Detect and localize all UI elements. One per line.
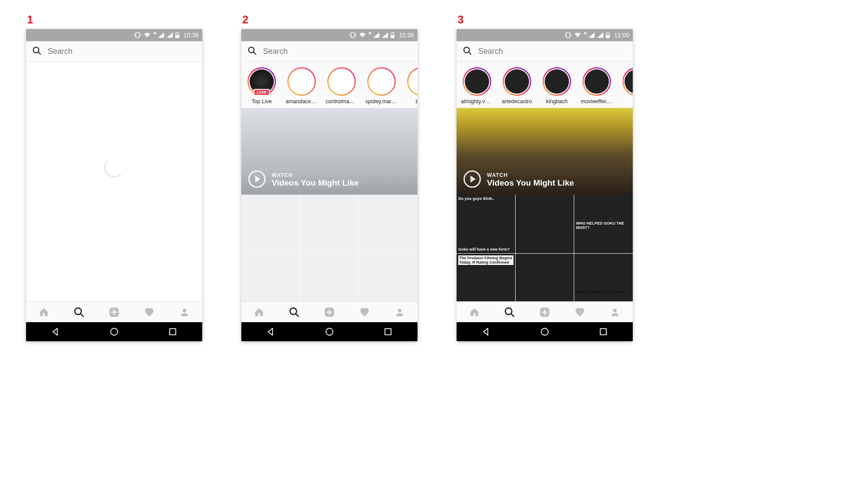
search-icon: [32, 46, 42, 57]
hero-title: Videos You Might Like: [272, 178, 359, 188]
signal-icon: [589, 33, 595, 38]
stories-row[interactable]: LIVE Top Live amandacerny controlmana...…: [241, 62, 418, 108]
search-input[interactable]: [48, 47, 196, 56]
screen-1: 1 R 10:36: [26, 13, 202, 341]
wifi-icon: [144, 33, 151, 38]
video-hero[interactable]: WATCH Videos You Might Like: [457, 108, 633, 195]
story-username: almighty.veg...: [461, 98, 493, 105]
vibrate-icon: [349, 32, 356, 38]
svg-rect-31: [385, 329, 391, 335]
grid-cell-placeholder[interactable]: [241, 195, 300, 253]
tab-search[interactable]: [276, 302, 312, 322]
vibrate-icon: [134, 32, 141, 38]
story-item[interactable]: almighty.veg...: [461, 67, 493, 105]
nav-back-button[interactable]: [480, 326, 492, 337]
tab-profile[interactable]: [598, 302, 633, 322]
story-item[interactable]: controlmana...: [326, 67, 358, 105]
bottom-tab-bar: [457, 301, 633, 322]
story-item[interactable]: bella: [405, 67, 418, 105]
nav-recents-button[interactable]: [598, 326, 609, 337]
grid-cell[interactable]: [516, 254, 574, 301]
story-item[interactable]: kev: [621, 67, 633, 105]
nav-recents-button[interactable]: [167, 326, 178, 337]
story-username: controlmana...: [326, 98, 358, 105]
thumb-caption: Do you guys think..: [458, 196, 513, 201]
screen-number-label: 1: [27, 13, 33, 26]
grid-cell[interactable]: The Predator Filming Begins Today, R Rat…: [457, 254, 515, 301]
bottom-tab-bar: [26, 301, 202, 322]
nav-recents-button[interactable]: [382, 326, 394, 337]
search-input[interactable]: [263, 47, 411, 56]
screen-3: 3 R 11:00 almighty.veg...: [457, 13, 633, 341]
signal-icon-2: [382, 33, 388, 38]
grid-cell-placeholder[interactable]: [300, 254, 359, 301]
tab-search[interactable]: [492, 302, 527, 322]
explore-grid: Do you guys think.. Goku will have a new…: [457, 195, 633, 301]
tab-profile[interactable]: [167, 302, 202, 322]
tab-home[interactable]: [26, 302, 61, 322]
grid-cell-placeholder[interactable]: [300, 195, 359, 253]
phone-frame: R 10:36 LIVE Top Live: [241, 29, 418, 341]
story-username: Top Live: [252, 98, 272, 105]
hero-title: Videos You Might Like: [487, 178, 574, 188]
story-top-live[interactable]: LIVE Top Live: [246, 67, 278, 105]
phone-frame: R 10:36: [26, 29, 202, 341]
avatar-icon: [585, 69, 609, 94]
grid-cell[interactable]: [516, 195, 574, 253]
avatar-icon: [545, 69, 569, 94]
svg-rect-32: [566, 33, 570, 38]
tab-activity[interactable]: [562, 302, 598, 322]
thumb-caption: WHICH DESIGN OF BANE: [576, 290, 631, 294]
tab-add[interactable]: [96, 302, 132, 322]
story-item[interactable]: movieeffectzz: [581, 67, 613, 105]
story-item[interactable]: kingbach: [541, 67, 573, 105]
grid-cell-placeholder[interactable]: [359, 195, 418, 253]
svg-point-46: [541, 328, 548, 335]
nav-back-button[interactable]: [50, 326, 61, 337]
tab-add[interactable]: [527, 302, 562, 322]
svg-line-23: [253, 52, 256, 54]
story-item[interactable]: amandacerny: [286, 67, 318, 105]
stories-row[interactable]: almighty.veg... artedecastro kingbach mo…: [457, 62, 633, 108]
loading-spinner-icon: [104, 157, 124, 177]
grid-cell[interactable]: WHICH DESIGN OF BANE: [574, 254, 633, 301]
svg-point-13: [183, 309, 186, 312]
tab-home[interactable]: [457, 302, 492, 322]
tab-activity[interactable]: [347, 302, 382, 322]
tab-activity[interactable]: [132, 302, 167, 322]
tab-home[interactable]: [241, 302, 276, 322]
grid-cell[interactable]: WHO HELPED GOKU THE MOST?: [574, 195, 633, 253]
svg-rect-36: [607, 32, 608, 33]
story-item[interactable]: artedecastro: [501, 67, 533, 105]
tab-profile[interactable]: [382, 302, 418, 322]
signal-icon: [158, 33, 164, 38]
video-hero[interactable]: WATCH Videos You Might Like: [241, 108, 418, 195]
search-input[interactable]: [478, 47, 627, 56]
play-icon: [248, 170, 266, 188]
grid-cell-placeholder[interactable]: [359, 254, 418, 301]
nav-home-button[interactable]: [539, 326, 550, 337]
battery-icon: [175, 32, 179, 38]
svg-line-9: [81, 314, 83, 316]
tab-add[interactable]: [312, 302, 347, 322]
svg-rect-21: [391, 33, 394, 35]
svg-line-25: [296, 314, 299, 316]
android-nav-bar: [457, 322, 633, 341]
search-bar[interactable]: [241, 41, 418, 62]
nav-home-button[interactable]: [108, 326, 120, 337]
search-bar[interactable]: [457, 41, 633, 62]
grid-cell[interactable]: Do you guys think.. Goku will have a new…: [457, 195, 515, 253]
avatar-icon: [625, 69, 633, 94]
nav-home-button[interactable]: [324, 326, 335, 337]
search-bar[interactable]: [26, 41, 202, 62]
live-badge: LIVE: [253, 89, 270, 96]
grid-cell-placeholder[interactable]: [241, 254, 300, 301]
story-username: movieeffectzz: [581, 98, 613, 105]
status-clock: 10:36: [184, 32, 199, 39]
tab-search[interactable]: [61, 302, 96, 322]
search-icon: [463, 46, 472, 57]
thumb-caption: WHO HELPED GOKU THE MOST?: [576, 221, 631, 230]
svg-rect-47: [600, 329, 606, 335]
story-item[interactable]: spidey.marvel: [365, 67, 398, 105]
nav-back-button[interactable]: [265, 326, 276, 337]
